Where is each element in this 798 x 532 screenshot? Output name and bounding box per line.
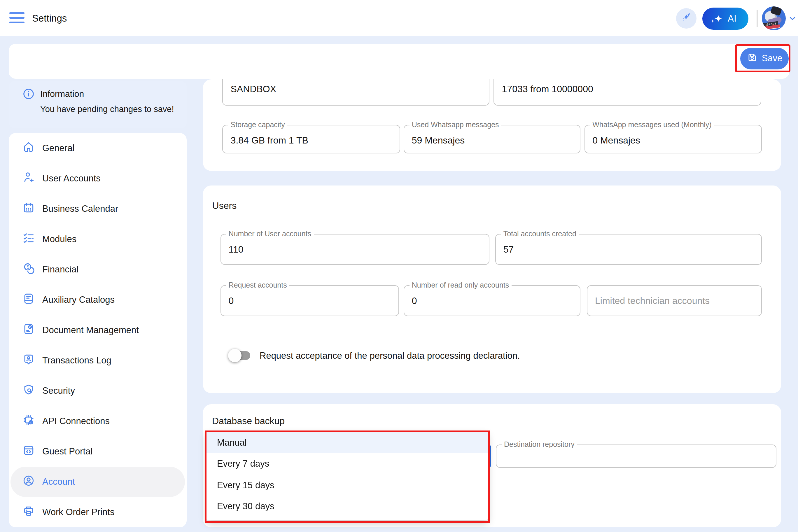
dropdown-option-every-7-days[interactable]: Every 7 days <box>206 454 488 475</box>
limited-technician-input[interactable] <box>595 294 757 308</box>
request-accounts-input[interactable] <box>229 294 394 308</box>
rocket-button[interactable] <box>676 8 697 28</box>
browser-code-icon <box>22 444 35 459</box>
rocket-icon <box>681 12 692 25</box>
request-accounts-field[interactable]: Request accounts <box>221 285 399 316</box>
info-icon <box>22 88 35 103</box>
menu-icon[interactable] <box>10 12 24 24</box>
coin-icon: $ <box>22 262 35 277</box>
settings-sidebar: General User Accounts Business Calendar … <box>9 133 187 527</box>
sidebar-item-guest-portal[interactable]: Guest Portal <box>11 436 185 467</box>
work-orders-used-field[interactable] <box>494 79 762 105</box>
users-card: Users Number of User accounts Total acco… <box>203 185 781 393</box>
account-name-field[interactable] <box>223 79 490 105</box>
used-whatsapp-field[interactable]: Used Whatsapp messages <box>404 125 581 153</box>
checklist-icon <box>22 232 35 247</box>
sidebar-item-business-calendar[interactable]: Business Calendar <box>11 194 185 224</box>
action-toolbar <box>9 44 789 79</box>
calendar-icon <box>22 201 35 216</box>
sidebar-item-account[interactable]: Account <box>11 467 185 497</box>
work-orders-used-input[interactable] <box>502 82 756 96</box>
chip-gear-icon <box>22 414 35 429</box>
sparkle-icon: ✦✦ <box>714 14 723 24</box>
save-button[interactable]: Save <box>740 48 788 69</box>
sidebar-item-work-order-prints[interactable]: Work Order Prints <box>11 497 185 527</box>
notice-message: You have pending changes to save! <box>40 104 174 114</box>
total-accounts-field[interactable]: Total accounts created <box>495 234 762 265</box>
user-accounts-number-field[interactable]: Number of User accounts <box>221 234 490 265</box>
destination-repository-input[interactable] <box>504 450 771 464</box>
person-circle-icon <box>22 474 35 489</box>
page-title: Settings <box>32 13 67 24</box>
dropdown-option-every-15-days[interactable]: Every 15 days <box>206 475 488 496</box>
dropdown-option-manual[interactable]: Manual <box>206 432 488 454</box>
notice-banner: Information You have pending changes to … <box>9 81 187 128</box>
sidebar-item-transactions-log[interactable]: Transactions Log <box>11 345 185 376</box>
sidebar-item-modules[interactable]: Modules <box>11 224 185 254</box>
user-accounts-number-input[interactable] <box>229 243 484 257</box>
sidebar-item-financial[interactable]: $ Financial <box>11 254 185 285</box>
sidebar-item-auxiliary-catalogs[interactable]: Auxiliary Catalogs <box>11 285 185 315</box>
chevron-down-icon[interactable] <box>788 14 797 25</box>
sidebar-item-security[interactable]: Security <box>11 376 185 406</box>
used-whatsapp-input[interactable] <box>412 133 575 147</box>
settings-page: Settings ✦✦ AI HÉROES <box>0 0 798 532</box>
sidebar-item-user-accounts[interactable]: User Accounts <box>11 163 185 194</box>
destination-repository-field[interactable]: Destination repository <box>496 444 776 468</box>
read-only-accounts-field[interactable]: Number of read only accounts <box>404 285 581 316</box>
sidebar-item-general[interactable]: General <box>11 133 185 163</box>
document-clock-icon <box>22 323 35 338</box>
users-card-title: Users <box>212 201 237 211</box>
read-only-accounts-input[interactable] <box>412 294 575 308</box>
dropdown-option-every-30-days[interactable]: Every 30 days <box>206 496 488 517</box>
book-icon <box>22 292 35 307</box>
data-declaration-toggle-label: Request acceptance of the personal data … <box>260 350 520 361</box>
floppy-disk-icon <box>747 52 758 65</box>
backup-card-title: Database backup <box>212 416 285 426</box>
database-backup-card: Database backup Manual Every 7 days Ever… <box>203 404 781 527</box>
limited-technician-field[interactable] <box>587 285 762 316</box>
svg-text:$: $ <box>26 265 29 269</box>
whatsapp-monthly-field[interactable]: WhatsApp messages used (Monthly) <box>584 125 762 153</box>
total-accounts-input[interactable] <box>504 243 757 257</box>
storage-capacity-input[interactable] <box>231 133 395 147</box>
divider <box>757 10 758 27</box>
printer-icon <box>22 505 35 520</box>
data-declaration-toggle-thumb[interactable] <box>228 348 242 362</box>
periodicity-dropdown-menu: Manual Every 7 days Every 15 days Every … <box>206 432 488 520</box>
home-icon <box>22 140 35 156</box>
top-bar: Settings ✦✦ AI HÉROES <box>0 0 798 36</box>
storage-capacity-field[interactable]: Storage capacity <box>223 125 400 153</box>
notice-title: Information <box>40 89 84 99</box>
sidebar-item-document-management[interactable]: Document Management <box>11 315 185 345</box>
ai-button[interactable]: ✦✦ AI <box>702 7 748 30</box>
account-name-input[interactable] <box>231 82 484 96</box>
avatar[interactable]: HÉROES <box>762 6 786 30</box>
id-badge-icon <box>22 353 35 368</box>
shield-search-icon <box>22 383 35 398</box>
whatsapp-monthly-input[interactable] <box>592 133 757 147</box>
account-overview-card: Storage capacity Used Whatsapp messages … <box>203 79 781 171</box>
sidebar-item-api-connections[interactable]: API Connections <box>11 406 185 436</box>
person-add-icon <box>22 171 35 186</box>
